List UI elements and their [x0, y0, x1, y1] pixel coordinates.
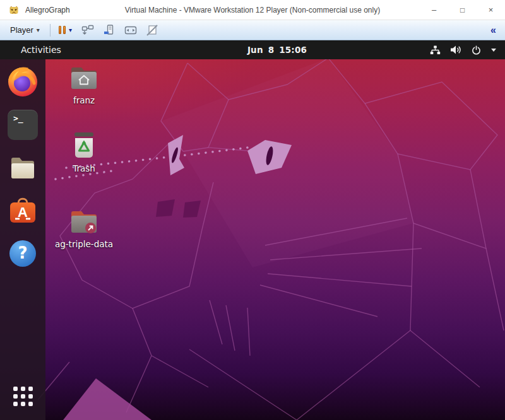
unity-mode-icon	[146, 24, 158, 37]
player-caret-icon: ▾	[37, 27, 40, 33]
network-wired-icon	[430, 45, 441, 55]
unity-mode-button[interactable]	[143, 22, 161, 38]
player-menu-label: Player	[10, 25, 33, 35]
vm-name-label: AllegroGraph	[25, 6, 70, 15]
app-grid-icon	[13, 387, 33, 406]
dock-item-terminal[interactable]: >_	[6, 108, 39, 141]
suspend-vm-button[interactable]: ▾	[56, 24, 75, 36]
suspend-caret-icon: ▾	[69, 27, 72, 33]
caret-down-icon	[491, 49, 496, 52]
terminal-prompt-glyph: >_	[13, 114, 23, 123]
power-icon	[471, 45, 482, 55]
desktop-icon-franz[interactable]: franz	[61, 62, 107, 105]
vm-devices-icon	[103, 24, 116, 37]
toolbar-separator	[50, 24, 50, 37]
dock-item-files[interactable]	[6, 151, 39, 184]
vm-devices-button[interactable]	[100, 22, 118, 38]
desktop-icon-trash[interactable]: Trash	[61, 130, 107, 173]
maximize-button[interactable]: □	[448, 0, 477, 20]
trash-icon	[69, 130, 99, 161]
fullscreen-icon	[124, 24, 138, 37]
desktop-background[interactable]: franz Trash	[0, 59, 505, 420]
collapse-toolbar-button[interactable]: «	[487, 25, 500, 36]
desktop-icon-label: ag-triple-data	[55, 239, 113, 249]
window-title: Virtual Machine - VMware Workstation 12 …	[125, 0, 380, 20]
clock-button[interactable]: Jun 8 15:06	[247, 45, 307, 55]
show-applications-button[interactable]	[6, 380, 39, 412]
desktop-icon-ag-triple-data[interactable]: ag-triple-data	[61, 206, 107, 249]
dock-item-help[interactable]: ?	[6, 237, 39, 270]
titlebar: AllegroGraph Virtual Machine - VMware Wo…	[0, 0, 505, 20]
help-icon: ?	[7, 238, 39, 269]
folder-symlink-icon	[68, 206, 100, 237]
allegrograph-logo-icon	[9, 5, 19, 15]
player-menu-button[interactable]: Player ▾	[5, 23, 45, 37]
gnome-top-bar: Activities Jun 8 15:06	[0, 40, 505, 59]
dock: >_ A	[0, 59, 45, 420]
terminal-icon: >_	[8, 110, 38, 140]
dock-item-ubuntu-software[interactable]: A	[6, 194, 39, 227]
vmware-toolbar: Player ▾ ▾	[0, 20, 505, 40]
activities-button[interactable]: Activities	[21, 45, 61, 55]
firefox-icon	[7, 66, 39, 98]
close-button[interactable]: ×	[477, 0, 505, 20]
vmware-player-window: AllegroGraph Virtual Machine - VMware Wo…	[0, 0, 505, 420]
suspend-icon	[59, 26, 66, 34]
ubuntu-software-icon: A	[7, 195, 39, 226]
desktop-icon-label: franz	[73, 95, 95, 105]
minimize-button[interactable]: –	[420, 0, 448, 20]
system-menu-button[interactable]	[430, 40, 505, 59]
help-glyph: ?	[18, 243, 27, 262]
home-folder-icon	[68, 62, 100, 93]
send-ctrl-alt-del-icon	[81, 24, 94, 37]
volume-icon	[450, 45, 461, 55]
vm-screen: Activities Jun 8 15:06	[0, 40, 505, 420]
send-ctrl-alt-del-button[interactable]	[79, 22, 97, 38]
fullscreen-button[interactable]	[122, 22, 140, 38]
window-controls: – □ ×	[420, 0, 505, 20]
desktop-icon-label: Trash	[73, 163, 95, 173]
files-icon	[7, 152, 39, 184]
dock-item-firefox[interactable]	[6, 66, 39, 98]
ubuntu-software-glyph: A	[18, 204, 28, 220]
